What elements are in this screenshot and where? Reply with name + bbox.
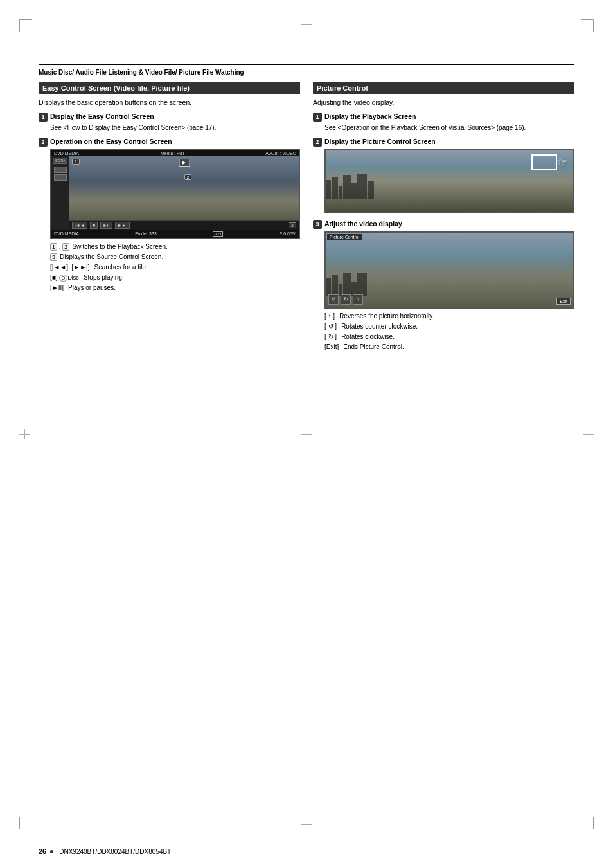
right-step-1-title: 1 Display the Playback Screen [313,113,574,122]
right-column: Picture Control Adjusting the video disp… [313,82,574,357]
footer-model: DNX9240BT/DDX8024BT/DDX8054BT [59,848,171,855]
stop-btn[interactable]: ■ [90,222,98,229]
dvd-top-bar: DVD MEDIA Media : Full AVOut : VIDEO [51,150,299,156]
right-legend-item-4: [Exit] Ends Picture Control. [324,342,574,352]
left-column: Easy Control Screen (Video file, Picture… [39,82,300,357]
play-pause-btn[interactable]: ►II [100,222,112,229]
legend-key-5: [►II] [50,283,64,293]
folder-num-badge: 333 [213,231,223,237]
step-num-1: 1 [39,113,48,122]
legend-item-1: 1 , 2 Switches to the Playback Screen. [50,242,300,252]
right-legend-key-2: [ ↺ ] [324,321,337,332]
left-section-header: Easy Control Screen (Video file, Picture… [39,82,300,94]
right-step-num-1: 1 [313,113,322,122]
legend-key-3: [|◄◄], [►►|] [50,262,89,273]
legend-item-3: [|◄◄], [►►|] Searches for a file. [50,262,300,273]
legend-item-2: 3 Displays the Source Control Screen. [50,252,300,262]
dvd-screen-mockup: DVD MEDIA Media : Full AVOut : VIDEO SCR… [50,149,300,239]
nav-buttons [54,167,67,181]
right-step-1: 1 Display the Playback Screen See <Opera… [313,113,574,132]
right-legend-item-3: [ ↻ ] Rotates clockwise. [324,332,574,342]
page-number: 26 [39,847,46,855]
hand-cursor-icon: ☞ [558,156,568,170]
nav-up[interactable] [54,167,67,173]
dvd-main-area: 1 2 ▶ |◄◄ ■ ►II [69,156,299,230]
dvd-video-area: 1 2 ▶ [69,156,299,220]
right-step-num-2: 2 [313,138,322,147]
legend-key-4: [■] ⊙Disc [50,273,79,283]
buildings [326,174,573,199]
rotate-right-btn[interactable]: ↻ [341,294,351,305]
badge-2: 2 [184,174,192,180]
pic-ctrl-exit-btn[interactable]: Exit [556,298,571,305]
right-step-1-body: See <Operation on the Playback Screen of… [324,123,574,132]
corner-mark-tr [581,19,594,32]
legend-key-1: 1 , 2 [50,242,69,252]
btn-legend: 1 , 2 Switches to the Playback Screen. 3… [50,242,300,293]
right-section-intro: Adjusting the video display. [313,98,574,107]
dvd-content-area: SCRN 1 [51,156,299,230]
right-btn-legend: [ ↑ ] Reverses the picture horizontally.… [324,311,574,352]
selection-box [531,154,557,170]
left-step-2-title: 2 Operation on the Easy Control Screen [39,138,300,147]
corner-mark-tl [19,19,32,32]
two-column-layout: Easy Control Screen (Video file, Picture… [39,82,574,357]
left-step-2: 2 Operation on the Easy Control Screen D… [39,138,300,293]
overlay-btn[interactable]: ▶ [179,159,190,167]
scrn-button[interactable]: SCRN [53,158,67,164]
pic-ctrl-icons: ↺ ↻ ↑ [328,294,363,305]
crosshair-top [301,19,312,30]
dvd-left-panel: SCRN [51,156,69,230]
legend-item-4: [■] ⊙Disc Stops playing. [50,273,300,283]
right-legend-item-1: [ ↑ ] Reverses the picture horizontally. [324,311,574,321]
page-footer: 26 DNX9240BT/DDX8024BT/DDX8054BT [39,847,574,855]
page-header-title: Music Disc/ Audio File Listening & Video… [39,69,574,76]
right-legend-key-4: [Exit] [324,342,339,352]
pic-ctrl-area: Picture Control ↺ ↻ ↑ Exit [326,233,573,307]
right-step-3: 3 Adjust the video display [313,220,574,352]
left-section-intro: Displays the basic operation buttons on … [39,98,300,107]
pic-buildings [326,273,573,296]
prev-btn[interactable]: |◄◄ [72,222,87,229]
badge-3: 3 [289,222,296,228]
corner-mark-br [581,817,594,829]
right-legend-item-2: [ ↺ ] Rotates counter clockwise. [324,321,574,332]
page-header-rule: Music Disc/ Audio File Listening & Video… [39,64,574,76]
right-step-2-title: 2 Display the Picture Control Screen [313,138,574,147]
legend-item-5: [►II] Plays or pauses. [50,283,300,293]
left-step-1: 1 Display the Easy Control Screen See <H… [39,113,300,132]
rotate-left-btn[interactable]: ↺ [328,294,339,305]
corner-mark-bl [19,817,32,829]
disc-icon: ⊙ [59,275,67,282]
playback-screen: ☞ [324,149,574,213]
right-step-3-title: 3 Adjust the video display [313,220,574,229]
left-step-1-body: See <How to Display the Easy Control Scr… [50,123,300,132]
video-content: 1 2 ▶ [69,156,299,220]
right-legend-key-3: [ ↻ ] [324,332,337,342]
nav-down[interactable] [54,174,67,181]
right-step-2: 2 Display the Picture Control Screen [313,138,574,213]
picture-control-screen: Picture Control ↺ ↻ ↑ Exit [324,231,574,309]
folder-num-area: 333 [213,231,223,237]
dvd-bottom-bar: DVD MEDIA Folder 333 333 P 0.00% [51,230,299,238]
right-step-num-3: 3 [313,220,322,229]
dvd-controls-bar: |◄◄ ■ ►II ►►| 3 [69,220,299,230]
left-step-1-title: 1 Display the Easy Control Screen [39,113,300,122]
page-content: Music Disc/ Audio File Listening & Video… [39,64,574,817]
pic-ctrl-label: Picture Control [327,234,362,240]
flip-btn[interactable]: ↑ [353,294,363,305]
crosshair-left [19,429,30,439]
legend-key-2: 3 [50,252,57,262]
next-btn[interactable]: ►►| [115,222,130,229]
right-section-header: Picture Control [313,82,574,94]
disc-label: Disc [67,275,79,281]
playback-image: ☞ [326,150,573,212]
step-num-2: 2 [39,138,48,147]
badge-1: 1 [72,159,80,165]
right-legend-key-1: [ ↑ ] [324,311,335,321]
crosshair-right [583,429,594,439]
footer-bullet-dot [50,850,53,853]
crosshair-bottom [301,819,312,829]
